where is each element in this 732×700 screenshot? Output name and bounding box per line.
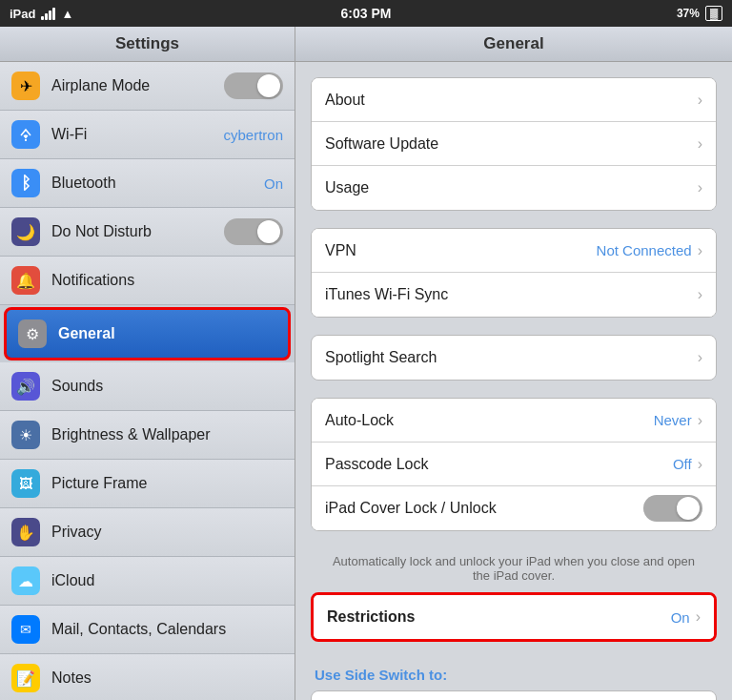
airplane-mode-label: Airplane Mode (51, 77, 224, 94)
use-side-switch-title: Use Side Switch to: (311, 659, 717, 687)
status-bar: iPad ▲ 6:03 PM 37% ▓ (0, 0, 732, 27)
general-label: General (58, 325, 276, 342)
vpn-label: VPN (325, 242, 597, 259)
sounds-icon: 🔊 (11, 372, 40, 401)
icloud-label: iCloud (51, 572, 283, 589)
brightness-label: Brightness & Wallpaper (51, 426, 283, 443)
usage-label: Usage (325, 179, 698, 196)
group-side-switch (311, 690, 717, 700)
passcode-lock-value: Off (673, 456, 692, 472)
sidebar-item-wifi[interactable]: Wi-Fi cybertron (0, 111, 295, 159)
restrictions-value: On (671, 609, 690, 626)
status-right: 37% ▓ (677, 6, 722, 21)
row-itunes-sync[interactable]: iTunes Wi-Fi Sync › (312, 273, 716, 317)
vpn-chevron: › (698, 242, 702, 259)
row-auto-lock[interactable]: Auto-Lock Never › (312, 399, 716, 443)
battery-label: 37% (677, 7, 700, 20)
picture-frame-icon: 🖼 (11, 469, 40, 498)
sidebar-item-brightness[interactable]: ☀ Brightness & Wallpaper (0, 411, 295, 460)
icloud-icon: ☁ (11, 566, 40, 595)
row-spotlight[interactable]: Spotlight Search › (312, 336, 716, 380)
notes-icon: 📝 (11, 664, 40, 692)
sidebar-item-airplane-mode[interactable]: ✈ Airplane Mode OFF (0, 62, 295, 111)
airplane-mode-icon: ✈ (11, 72, 40, 100)
battery-icon: ▓ (705, 6, 722, 21)
content-area: About › Software Update › Usage › VPN No… (295, 62, 732, 700)
passcode-lock-label: Passcode Lock (325, 456, 673, 473)
sidebar: Settings ✈ Airplane Mode OFF Wi-Fi cyber… (0, 27, 295, 700)
sidebar-item-general[interactable]: ⚙ General (4, 307, 291, 360)
main-layout: Settings ✈ Airplane Mode OFF Wi-Fi cyber… (0, 27, 732, 700)
wifi-value: cybertron (223, 127, 283, 143)
privacy-label: Privacy (51, 524, 283, 541)
row-ipad-cover[interactable]: iPad Cover Lock / Unlock OFF (312, 486, 716, 530)
row-restrictions[interactable]: Restrictions On › (314, 595, 714, 639)
about-label: About (325, 92, 698, 109)
group-lock: Auto-Lock Never › Passcode Lock Off › iP… (311, 398, 717, 531)
row-usage[interactable]: Usage › (312, 166, 716, 210)
status-time: 6:03 PM (341, 6, 392, 21)
auto-lock-chevron: › (698, 412, 702, 429)
sounds-label: Sounds (51, 378, 283, 395)
do-not-disturb-icon: 🌙 (11, 217, 40, 246)
main-header: General (295, 27, 732, 62)
row-passcode-lock[interactable]: Passcode Lock Off › (312, 443, 716, 486)
group-about: About › Software Update › Usage › (311, 77, 717, 211)
itunes-sync-label: iTunes Wi-Fi Sync (325, 286, 698, 303)
sidebar-item-sounds[interactable]: 🔊 Sounds (0, 362, 295, 411)
row-software-update[interactable]: Software Update › (312, 122, 716, 166)
sidebar-item-notifications[interactable]: 🔔 Notifications (0, 257, 295, 305)
row-side-switch-placeholder[interactable] (312, 691, 716, 700)
vpn-value: Not Connected (597, 242, 692, 258)
sidebar-item-do-not-disturb[interactable]: 🌙 Do Not Disturb OFF (0, 208, 295, 257)
picture-frame-label: Picture Frame (51, 475, 283, 492)
sidebar-item-notes[interactable]: 📝 Notes (0, 654, 295, 700)
group-spotlight: Spotlight Search › (311, 335, 717, 381)
sidebar-header: Settings (0, 27, 295, 62)
usage-chevron: › (698, 179, 702, 196)
ipad-cover-label: iPad Cover Lock / Unlock (325, 500, 643, 517)
notifications-label: Notifications (51, 272, 283, 289)
bluetooth-value: On (264, 175, 283, 192)
wifi-icon: ▲ (61, 7, 73, 21)
row-about[interactable]: About › (312, 78, 716, 122)
privacy-icon: ✋ (11, 518, 40, 546)
bluetooth-label: Bluetooth (51, 175, 264, 192)
do-not-disturb-label: Do Not Disturb (51, 223, 224, 240)
group-vpn: VPN Not Connected › iTunes Wi-Fi Sync › (311, 228, 717, 318)
spotlight-label: Spotlight Search (325, 349, 698, 366)
do-not-disturb-toggle[interactable]: OFF (224, 218, 283, 245)
mail-label: Mail, Contacts, Calendars (51, 621, 283, 638)
restrictions-group: Restrictions On › (311, 592, 717, 642)
software-update-label: Software Update (325, 135, 698, 153)
svg-point-0 (25, 139, 27, 141)
spotlight-chevron: › (698, 349, 702, 366)
signal-icon (41, 8, 55, 20)
software-update-chevron: › (698, 135, 702, 153)
status-left: iPad ▲ (10, 7, 73, 21)
passcode-lock-chevron: › (698, 456, 702, 473)
ipad-cover-toggle[interactable]: OFF (643, 495, 702, 522)
restrictions-label: Restrictions (327, 608, 671, 626)
bluetooth-icon: ᛒ (11, 169, 40, 197)
sidebar-item-mail[interactable]: ✉ Mail, Contacts, Calendars (0, 606, 295, 654)
row-vpn[interactable]: VPN Not Connected › (312, 229, 716, 273)
sidebar-item-picture-frame[interactable]: 🖼 Picture Frame (0, 460, 295, 508)
general-icon: ⚙ (18, 319, 47, 348)
airplane-mode-toggle[interactable]: OFF (224, 72, 283, 99)
auto-lock-label: Auto-Lock (325, 412, 654, 429)
main-content: General About › Software Update › Usage … (295, 27, 732, 700)
itunes-sync-chevron: › (698, 286, 702, 303)
wifi-label: Wi-Fi (51, 126, 223, 143)
restrictions-chevron: › (696, 608, 701, 626)
about-chevron: › (698, 92, 702, 109)
sidebar-item-privacy[interactable]: ✋ Privacy (0, 508, 295, 557)
brightness-icon: ☀ (11, 421, 40, 449)
auto-lock-value: Never (654, 412, 692, 428)
ipad-cover-note: Automatically lock and unlock your iPad … (311, 548, 717, 592)
notes-label: Notes (51, 669, 283, 687)
notifications-icon: 🔔 (11, 266, 40, 295)
sidebar-item-icloud[interactable]: ☁ iCloud (0, 557, 295, 606)
carrier-label: iPad (10, 7, 35, 21)
sidebar-item-bluetooth[interactable]: ᛒ Bluetooth On (0, 159, 295, 208)
